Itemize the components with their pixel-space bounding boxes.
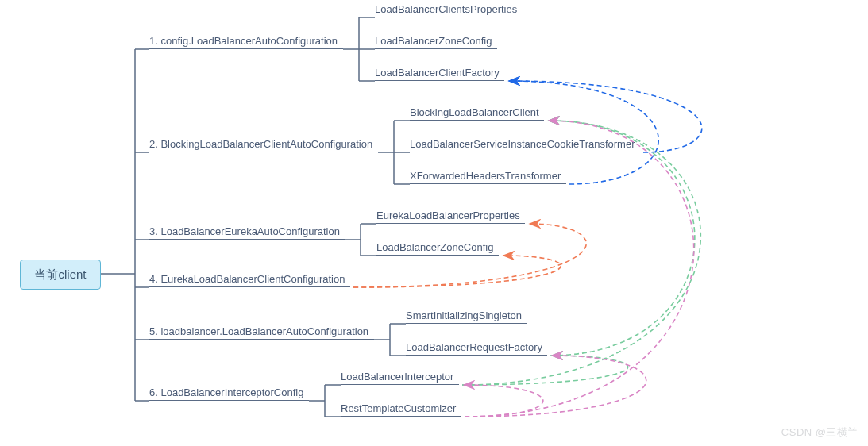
- group-label: 6. LoadBalancerInterceptorConfig: [149, 386, 309, 401]
- dependency-arrow: [465, 121, 694, 417]
- group-label: 5. loadbalancer.LoadBalancerAutoConfigur…: [149, 325, 374, 340]
- child-label: LoadBalancerZoneConfig: [376, 241, 499, 256]
- child-label: XForwardedHeadersTransformer: [410, 170, 566, 184]
- child-label: SmartInitializingSingleton: [406, 310, 527, 324]
- group-label: 3. LoadBalancerEurekaAutoConfiguration: [149, 225, 345, 240]
- watermark: CSDN @三横兰: [781, 425, 858, 440]
- child-label: LoadBalancerServiceInstanceCookieTransfo…: [410, 138, 640, 152]
- group-label: 1. config.LoadBalancerAutoConfiguration: [149, 35, 343, 49]
- child-label: LoadBalancerClientFactory: [375, 67, 504, 81]
- dependency-arrow: [549, 121, 695, 356]
- child-label: BlockingLoadBalancerClient: [410, 106, 544, 121]
- dependency-arrow: [353, 224, 586, 287]
- child-label: LoadBalancerInterceptor: [341, 371, 459, 385]
- dependency-arrow: [464, 385, 543, 417]
- child-label: RestTemplateCustomizer: [341, 402, 461, 417]
- dependency-arrow: [353, 256, 561, 287]
- root-label: 当前client: [34, 267, 86, 283]
- group-label: 4. EurekaLoadBalancerClientConfiguration: [149, 273, 350, 287]
- group-label: 2. BlockingLoadBalancerClientAutoConfigu…: [149, 138, 378, 152]
- child-label: LoadBalancerClientsProperties: [375, 3, 523, 17]
- child-label: LoadBalancerZoneConfig: [375, 35, 497, 49]
- dependency-arrow: [509, 81, 658, 184]
- child-label: LoadBalancerRequestFactory: [406, 341, 547, 356]
- root-node: 当前client: [20, 260, 101, 290]
- child-label: EurekaLoadBalancerProperties: [376, 210, 525, 224]
